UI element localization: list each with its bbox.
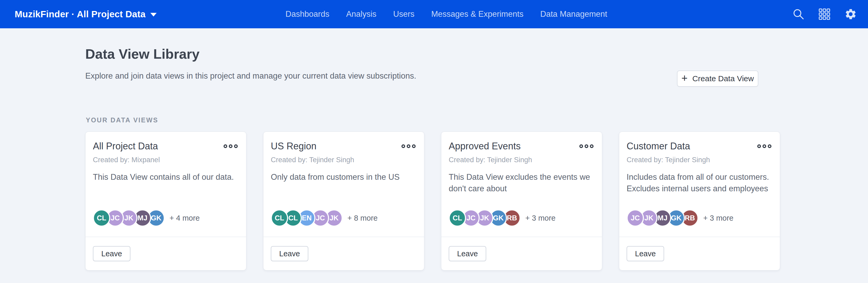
card-footer: Leave [619, 237, 780, 270]
main-nav: Dashboards Analysis Users Messages & Exp… [285, 0, 607, 28]
card-title: US Region [271, 141, 316, 152]
card-footer: Leave [264, 237, 424, 270]
page-subtitle: Explore and join data views in this proj… [85, 71, 416, 81]
card-body: Approved Events Created by: Tejinder Sin… [441, 132, 602, 237]
avatar: JC [627, 209, 644, 227]
card-created-by: Created by: Tejinder Singh [627, 156, 773, 164]
data-view-card-approved-events: Approved Events Created by: Tejinder Sin… [441, 132, 602, 271]
card-created-by: Created by: Tejinder Singh [449, 156, 595, 164]
data-view-card-all-project-data: All Project Data Created by: Mixpanel Th… [85, 132, 246, 271]
card-title: Approved Events [449, 141, 521, 152]
top-navbar: MuzikFinder · All Project Data Dashboard… [0, 0, 868, 28]
nav-item-dashboards[interactable]: Dashboards [285, 9, 329, 19]
settings-gear-icon[interactable] [844, 8, 857, 21]
card-header: Customer Data [627, 141, 773, 152]
project-switcher-label: MuzikFinder · All Project Data [15, 9, 146, 20]
card-header: US Region [271, 141, 417, 152]
more-members-label: + 4 more [169, 214, 200, 222]
card-title: All Project Data [93, 141, 158, 152]
nav-item-users[interactable]: Users [393, 9, 414, 19]
ellipsis-menu-icon[interactable] [401, 141, 417, 148]
search-icon[interactable] [793, 8, 805, 20]
leave-button[interactable]: Leave [93, 246, 130, 261]
card-created-by: Created by: Mixpanel [93, 156, 239, 164]
navbar-icons [793, 0, 857, 28]
card-description: This Data View contains all of our data. [93, 171, 239, 183]
card-body: All Project Data Created by: Mixpanel Th… [86, 132, 246, 237]
leave-button[interactable]: Leave [271, 246, 308, 261]
more-members-label: + 8 more [347, 214, 378, 222]
card-header: All Project Data [93, 141, 239, 152]
avatar: CL [93, 209, 110, 227]
card-footer: Leave [441, 237, 602, 270]
apps-grid-icon[interactable] [819, 8, 830, 20]
section-label-your-data-views: YOUR DATA VIEWS [86, 116, 158, 124]
card-description: Only data from customers in the US [271, 171, 417, 183]
card-description: This Data View excludes the events we do… [449, 171, 595, 194]
avatar: CL [449, 209, 466, 227]
leave-button[interactable]: Leave [627, 246, 664, 261]
data-view-card-customer-data: Customer Data Created by: Tejinder Singh… [619, 132, 780, 271]
more-members-label: + 3 more [525, 214, 556, 222]
page-title: Data View Library [85, 46, 199, 62]
chevron-down-icon [150, 13, 157, 16]
ellipsis-menu-icon[interactable] [757, 141, 773, 148]
create-data-view-label: Create Data View [692, 74, 754, 83]
ellipsis-menu-icon[interactable] [579, 141, 595, 148]
nav-item-messages-experiments[interactable]: Messages & Experiments [431, 9, 524, 19]
card-header: Approved Events [449, 141, 595, 152]
card-body: Customer Data Created by: Tejinder Singh… [619, 132, 780, 237]
data-view-card-list: All Project Data Created by: Mixpanel Th… [85, 132, 780, 271]
member-avatars: CL JC JK GK RB + 3 more [449, 209, 556, 227]
more-members-label: + 3 more [703, 214, 734, 222]
create-data-view-button[interactable]: + Create Data View [677, 70, 758, 87]
leave-button[interactable]: Leave [449, 246, 486, 261]
nav-item-data-management[interactable]: Data Management [540, 9, 607, 19]
card-footer: Leave [86, 237, 246, 270]
card-created-by: Created by: Tejinder Singh [271, 156, 417, 164]
card-description: Includes data from all of our customers.… [627, 171, 773, 194]
member-avatars: JC JK MJ GK RB + 3 more [627, 209, 734, 227]
card-title: Customer Data [627, 141, 690, 152]
plus-icon: + [681, 73, 687, 83]
member-avatars: CL JC JK MJ GK + 4 more [93, 209, 200, 227]
nav-item-analysis[interactable]: Analysis [346, 9, 376, 19]
project-switcher[interactable]: MuzikFinder · All Project Data [15, 0, 157, 28]
ellipsis-menu-icon[interactable] [223, 141, 239, 148]
avatar: CL [271, 209, 288, 227]
member-avatars: CL CL EN JC JK + 8 more [271, 209, 378, 227]
data-view-card-us-region: US Region Created by: Tejinder Singh Onl… [263, 132, 424, 271]
card-body: US Region Created by: Tejinder Singh Onl… [264, 132, 424, 237]
